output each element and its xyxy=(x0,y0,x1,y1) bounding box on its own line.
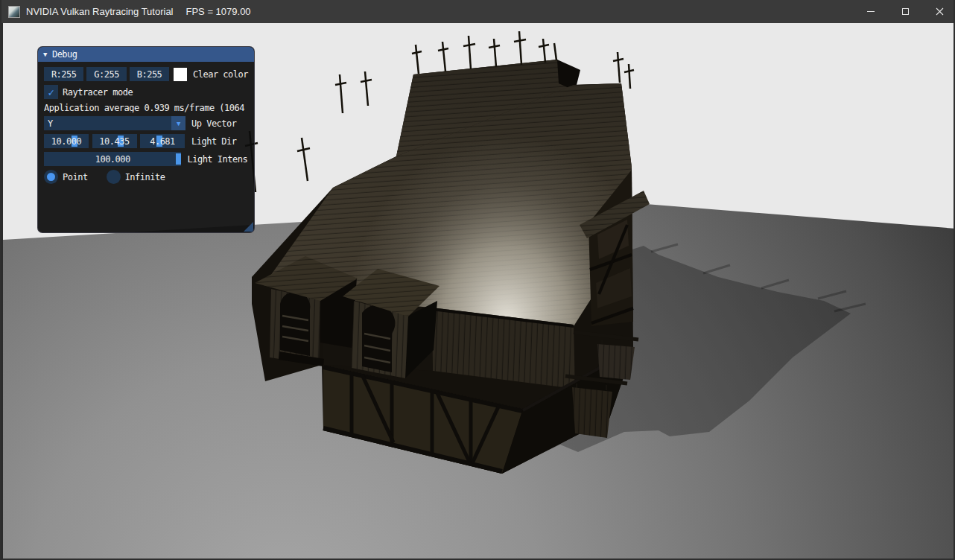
raytracer-row: ✓ Raytracer mode xyxy=(44,85,248,99)
close-icon xyxy=(936,7,944,16)
debug-panel-header[interactable]: ▼ Debug xyxy=(38,47,254,62)
point-radio[interactable] xyxy=(44,170,58,184)
minimize-icon xyxy=(867,11,875,12)
render-client-area: ▼ Debug R:255 G:255 B:255 Clear color ✓ xyxy=(3,23,955,559)
titlebar: NVIDIA Vulkan Raytracing Tutorial FPS = … xyxy=(1,0,955,23)
fps-counter: FPS = 1079.00 xyxy=(186,6,251,17)
raytracer-checkbox[interactable]: ✓ xyxy=(44,85,58,99)
light-intensity-label: Light Intensity xyxy=(187,154,248,165)
light-dir-z-field[interactable]: 4.681 xyxy=(140,134,185,148)
debug-panel: ▼ Debug R:255 G:255 B:255 Clear color ✓ xyxy=(37,46,255,233)
infinite-radio-label: Infinite xyxy=(125,172,165,182)
green-255-button[interactable]: G:255 xyxy=(86,67,126,81)
light-intensity-slider[interactable]: 100.000 xyxy=(44,152,181,166)
light-dir-label: Light Dir xyxy=(191,136,237,147)
performance-text: Application average 0.939 ms/frame (1064 xyxy=(44,103,248,112)
up-vector-value: Y xyxy=(44,118,53,129)
checkmark-icon: ✓ xyxy=(48,86,54,98)
light-dir-fields: 10.000 10.435 4.681 xyxy=(44,134,185,148)
collapse-arrow-icon[interactable]: ▼ xyxy=(43,51,47,58)
minimize-button[interactable] xyxy=(854,0,888,23)
dormer-1-window xyxy=(280,292,310,356)
app-window: NVIDIA Vulkan Raytracing Tutorial FPS = … xyxy=(0,0,955,560)
clear-color-swatch[interactable] xyxy=(174,68,187,81)
slider-grab[interactable] xyxy=(176,153,181,165)
red-255-button[interactable]: R:255 xyxy=(44,67,83,81)
debug-panel-body: R:255 G:255 B:255 Clear color ✓ Raytrace… xyxy=(38,62,254,184)
window-controls xyxy=(854,0,955,23)
light-dir-y-field[interactable]: 10.435 xyxy=(92,134,137,148)
clear-color-row: R:255 G:255 B:255 Clear color xyxy=(44,67,248,81)
up-vector-label: Up Vector xyxy=(191,118,237,129)
resize-grip[interactable] xyxy=(244,222,253,232)
close-button[interactable] xyxy=(922,0,955,23)
blue-255-button[interactable]: B:255 xyxy=(130,67,169,81)
raytracer-label: Raytracer mode xyxy=(63,87,133,98)
light-intensity-value: 100.000 xyxy=(95,154,130,165)
infinite-radio[interactable] xyxy=(107,170,121,184)
maximize-button[interactable] xyxy=(888,0,922,23)
point-radio-label: Point xyxy=(63,172,88,182)
light-dir-x-field[interactable]: 10.000 xyxy=(44,134,89,148)
light-intensity-row: 100.000 Light Intensity xyxy=(44,152,248,166)
up-vector-row: Y ▼ Up Vector xyxy=(44,116,248,130)
light-dir-row: 10.000 10.435 4.681 Light Dir xyxy=(44,134,248,148)
maximize-icon xyxy=(902,8,909,15)
chevron-down-icon[interactable]: ▼ xyxy=(171,116,185,130)
window-title: NVIDIA Vulkan Raytracing Tutorial xyxy=(26,6,174,17)
up-vector-combo[interactable]: Y ▼ xyxy=(44,116,185,130)
light-type-row: Point Infinite xyxy=(44,170,248,184)
debug-panel-title: Debug xyxy=(52,49,77,60)
app-icon xyxy=(8,6,20,18)
clear-color-label: Clear color xyxy=(193,69,248,80)
